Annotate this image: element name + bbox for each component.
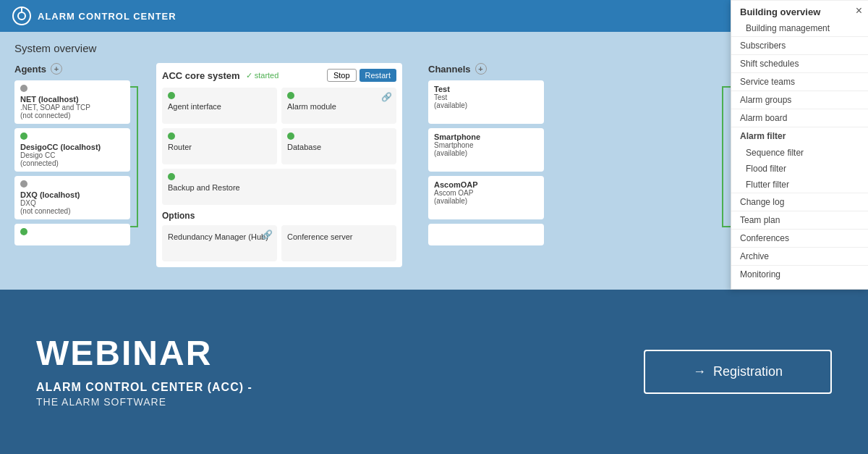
menu-item-monitoring[interactable]: Monitoring <box>731 265 868 283</box>
options-header: Options <box>162 211 396 221</box>
agent-type: DXQ <box>20 199 124 207</box>
module-name: Backup and Restore <box>168 183 391 192</box>
link-icon: 🔗 <box>381 92 392 102</box>
agent-type: .NET, SOAP and TCP <box>20 104 124 112</box>
acc-core-section: ACC core system ✓ started Stop Restart A… <box>156 63 402 267</box>
agent-card: DesigoCC (localhost) Desigo CC (connecte… <box>14 128 130 172</box>
restart-button[interactable]: Restart <box>359 69 396 82</box>
module-card: Database <box>281 128 396 164</box>
module-card: Backup and Restore <box>162 169 396 205</box>
channel-card <box>428 224 544 245</box>
module-name: Redundancy Manager (Hub) <box>168 232 271 241</box>
menu-item-conferences[interactable]: Conferences <box>731 229 868 247</box>
channels-label: Channels <box>428 64 471 75</box>
svg-point-1 <box>18 12 25 20</box>
agent-name: DXQ (localhost) <box>20 190 124 199</box>
channel-name: Test <box>434 85 538 93</box>
channel-status: (available) <box>434 101 538 109</box>
menu-item-flood-filter[interactable]: Flood filter <box>731 161 868 177</box>
menu-item-alarm-board[interactable]: Alarm board <box>731 109 868 127</box>
module-status-dot <box>168 92 175 99</box>
menu-item-team-plan[interactable]: Team plan <box>731 211 868 229</box>
status-dot <box>20 180 27 188</box>
channel-card: Smartphone Smartphone (available) <box>428 128 544 172</box>
channel-status: (available) <box>434 149 538 157</box>
menu-item-archive[interactable]: Archive <box>731 247 868 265</box>
acc-status: ✓ started <box>246 71 279 80</box>
acc-modules: Agent interface Alarm module 🔗 Router <box>162 88 396 205</box>
webinar-section: WEBINAR ALARM CONTROL CENTER (ACC) - THE… <box>0 290 868 454</box>
option-card: Redundancy Manager (Hub) 🔗 <box>162 225 277 261</box>
module-name: Agent interface <box>168 102 271 111</box>
module-name: Conference server <box>287 232 391 241</box>
status-dot <box>20 85 27 92</box>
agent-name: DesigoCC (localhost) <box>20 143 124 151</box>
webinar-text: WEBINAR ALARM CONTROL CENTER (ACC) - THE… <box>36 336 252 407</box>
module-name: Database <box>287 143 391 151</box>
option-card: Conference server <box>281 225 396 261</box>
status-dot <box>20 228 27 235</box>
link-icon: 🔗 <box>262 230 273 240</box>
acc-title: ACC core system <box>162 70 240 81</box>
agent-card: DXQ (localhost) DXQ (not connected) <box>14 176 130 219</box>
webinar-label: WEBINAR <box>36 336 252 371</box>
menu-item-subscribers[interactable]: Subscribers <box>731 36 868 54</box>
webinar-subtitle-sub: THE ALARM SOFTWARE <box>36 396 252 408</box>
registration-label: Registration <box>713 364 783 379</box>
module-name: Router <box>168 143 271 151</box>
app-section: ALARM CONTROL CENTER System overview Age… <box>0 0 868 290</box>
close-button[interactable]: × <box>856 4 862 17</box>
menu-group-building[interactable]: Building overview <box>731 0 868 20</box>
channel-card: AscomOAP Ascom OAP (available) <box>428 176 544 219</box>
menu-item-building-management[interactable]: Building management <box>731 20 868 36</box>
module-status-dot <box>287 133 294 140</box>
agents-header: Agents + <box>14 63 130 75</box>
registration-button[interactable]: → Registration <box>644 350 832 394</box>
channel-status: (available) <box>434 197 538 205</box>
module-name: Alarm module <box>287 102 391 111</box>
sidebar-menu: × Building overview Building management … <box>731 0 868 290</box>
module-card: Alarm module 🔗 <box>281 88 396 124</box>
agents-section: Agents + NET (localhost) .NET, SOAP and … <box>14 63 130 250</box>
module-card: Router <box>162 128 277 164</box>
options-modules: Redundancy Manager (Hub) 🔗 Conference se… <box>162 225 396 261</box>
module-status-dot <box>168 133 175 140</box>
menu-item-flutter-filter[interactable]: Flutter filter <box>731 177 868 193</box>
menu-item-shift-schedules[interactable]: Shift schedules <box>731 54 868 72</box>
agent-status: (connected) <box>20 159 124 167</box>
logo-icon <box>12 6 32 26</box>
channel-type: Smartphone <box>434 141 538 149</box>
app-logo: ALARM CONTROL CENTER <box>12 6 176 26</box>
agent-card <box>14 224 130 245</box>
acc-controls: Stop Restart <box>327 69 396 82</box>
page-title: System overview <box>14 42 854 54</box>
stop-button[interactable]: Stop <box>327 69 357 82</box>
channel-name: AscomOAP <box>434 180 538 189</box>
agents-add-button[interactable]: + <box>51 63 62 75</box>
module-card: Agent interface <box>162 88 277 124</box>
app-title: ALARM CONTROL CENTER <box>38 11 176 22</box>
channel-type: Test <box>434 93 538 101</box>
diagram: Agents + NET (localhost) .NET, SOAP and … <box>14 63 854 267</box>
registration-arrow: → <box>693 364 706 379</box>
agent-status: (not connected) <box>20 112 124 119</box>
menu-item-service-teams[interactable]: Service teams <box>731 72 868 91</box>
agents-label: Agents <box>14 64 46 75</box>
menu-item-alarm-groups[interactable]: Alarm groups <box>731 91 868 109</box>
acc-header: ACC core system ✓ started Stop Restart <box>162 69 396 82</box>
channels-header: Channels + <box>428 63 544 75</box>
webinar-subtitle-main: ALARM CONTROL CENTER (ACC) - <box>36 379 252 395</box>
agent-name: NET (localhost) <box>20 95 124 104</box>
channel-card: Test Test (available) <box>428 80 544 124</box>
agent-status: (not connected) <box>20 207 124 215</box>
channels-section: Channels + Test Test (available) Smartph… <box>428 63 544 250</box>
channels-add-button[interactable]: + <box>475 63 487 75</box>
menu-item-change-log[interactable]: Change log <box>731 193 868 211</box>
status-dot <box>20 133 27 140</box>
menu-item-alarm-filter[interactable]: Alarm filter <box>731 127 868 145</box>
module-status-dot <box>287 92 294 99</box>
agent-card: NET (localhost) .NET, SOAP and TCP (not … <box>14 80 130 124</box>
agent-type: Desigo CC <box>20 151 124 159</box>
channel-name: Smartphone <box>434 133 538 141</box>
menu-item-sequence-filter[interactable]: Sequence filter <box>731 145 868 161</box>
